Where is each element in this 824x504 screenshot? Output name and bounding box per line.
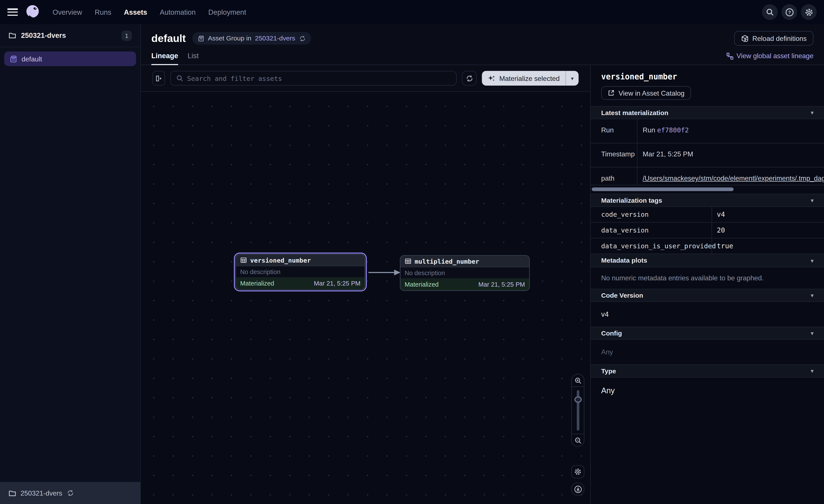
type-value: Any [591,377,824,404]
page-title: default [151,32,186,44]
asset-name: multiplied_number [415,258,479,265]
materialize-selected-button[interactable]: Materialize selected ▾ [482,71,579,86]
asset-node-multiplied_number[interactable]: multiplied_number No description Materia… [400,255,530,291]
run-id-link[interactable]: ef7800f2 [657,126,689,134]
help-icon: ? [785,8,794,16]
zoom-slider-thumb[interactable] [574,396,582,403]
primary-nav: Overview Runs Assets Automation Deployme… [53,8,246,16]
sidebar-item-default-group[interactable]: default [4,51,136,66]
row-label: Timestamp [591,143,637,167]
refresh-icon[interactable] [67,489,74,497]
refresh-icon[interactable] [299,35,306,42]
settings-button[interactable] [801,4,817,20]
lineage-canvas[interactable]: versioned_number No description Material… [141,92,590,504]
table-icon [405,258,412,265]
help-button[interactable]: ? [781,4,797,20]
path-link[interactable]: /Users/smackesey/stm/code/elementl/exper… [643,174,824,182]
tag-value: true [712,242,824,250]
external-link-icon [608,89,615,97]
section-title: Type [601,367,616,375]
lineage-graph-icon [726,52,733,60]
reload-definitions-button[interactable]: Reload definitions [734,31,813,46]
folder-icon [8,489,16,497]
section-type[interactable]: Type ▾ [591,365,824,378]
chevron-down-icon: ▾ [811,258,813,263]
asset-status-row: Materialized Mar 21, 5:25 PM [401,279,529,290]
refresh-graph-button[interactable] [462,71,477,86]
search-input[interactable] [187,74,451,82]
open-panel-button[interactable] [152,71,165,86]
tag-row: code_version v4 [591,207,824,223]
caret-down-icon: ▾ [571,75,574,81]
asset-description: No description [401,267,529,279]
chevron-down-icon: ▾ [811,368,813,374]
zoom-in-button[interactable] [572,374,584,387]
materialized-timestamp: Mar 21, 5:25 PM [314,280,360,287]
section-title: Code Version [601,291,643,299]
lineage-canvas-column: Materialize selected ▾ versi [141,65,590,504]
search-icon [176,75,183,82]
zoom-slider-track [577,390,579,430]
zoom-out-icon [574,436,582,444]
section-code-version[interactable]: Code Version ▾ [591,289,824,302]
section-latest-materialization[interactable]: Latest materialization ▾ [591,106,824,119]
tag-key: code_version [591,207,712,222]
chevron-down-icon: ▾ [811,292,813,298]
nav-item-assets[interactable]: Assets [124,8,147,16]
sidebar-repo-row[interactable]: 250321-dvers 1 [0,24,140,47]
row-label: Run [591,119,637,143]
panel-toggle-icon [155,74,163,82]
section-title: Materialization tags [601,197,662,204]
section-config[interactable]: Config ▾ [591,327,824,340]
search-button[interactable] [762,4,778,20]
main-area: default Asset Group in 250321-dvers [141,24,824,504]
asset-search [170,71,456,86]
horizontal-scrollbar[interactable] [592,187,733,191]
config-value: Any [591,340,824,364]
graph-settings-button[interactable] [571,465,584,479]
zoom-slider[interactable] [572,387,584,434]
view-global-asset-lineage-link[interactable]: View global asset lineage [726,52,813,65]
nav-item-deployment[interactable]: Deployment [208,8,246,16]
asset-detail-panel: versioned_number View in Asset Catalog L… [590,65,824,504]
nav-item-runs[interactable]: Runs [95,8,111,16]
zoom-out-button[interactable] [572,434,584,446]
badge-repo-link[interactable]: 250321-dvers [255,35,295,42]
tab-lineage[interactable]: Lineage [151,52,178,65]
tag-row: data_version_is_user_provided true [591,238,824,254]
download-graph-button[interactable] [571,483,584,496]
row-value: Run ef7800f2 [637,119,824,143]
chevron-down-icon: ▾ [811,110,813,116]
materialize-dropdown-button[interactable]: ▾ [565,71,579,86]
tag-key: data_version_is_user_provided [591,238,712,254]
lineage-edge-arrow [369,269,401,276]
section-materialization-tags[interactable]: Materialization tags ▾ [591,194,824,207]
octopus-logo-icon [24,4,41,20]
view-in-asset-catalog-label: View in Asset Catalog [619,89,685,97]
footer-repo-name: 250321-dvers [21,489,62,497]
refresh-icon [466,74,473,82]
view-in-asset-catalog-button[interactable]: View in Asset Catalog [601,86,691,100]
view-global-asset-lineage-label: View global asset lineage [736,52,814,60]
gear-icon [574,468,582,476]
nav-item-automation[interactable]: Automation [160,8,196,16]
materialized-status: Materialized [405,281,439,288]
sidebar-footer: 250321-dvers [0,482,140,504]
search-icon [766,8,774,16]
asset-description: No description [236,266,365,278]
top-nav: Overview Runs Assets Automation Deployme… [0,0,824,24]
chevron-down-icon: ▾ [811,330,813,336]
svg-text:?: ? [788,9,791,15]
hamburger-menu-icon[interactable] [7,8,18,16]
nav-item-overview[interactable]: Overview [53,8,82,16]
asset-status-row: Materialized Mar 21, 5:25 PM [236,278,365,289]
tab-list[interactable]: List [188,52,199,65]
gear-icon [804,8,813,16]
reload-cube-icon [741,34,749,42]
asset-node-versioned_number[interactable]: versioned_number No description Material… [235,254,365,290]
page-header: default Asset Group in 250321-dvers [141,24,824,65]
section-title: Metadata plots [601,257,647,264]
code-version-value: v4 [591,302,824,327]
section-metadata-plots[interactable]: Metadata plots ▾ [591,254,824,267]
dagster-logo[interactable] [24,4,41,20]
